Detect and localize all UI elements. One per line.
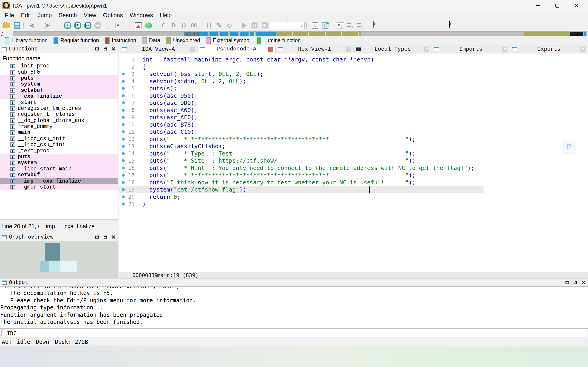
tab-close-icon[interactable]: ✕ [424,47,429,52]
output-log[interactable]: Licensed to: 48-F4EB-0000-00 Freeware ve… [0,287,588,329]
tab-local-types[interactable]: Local Types✕ [354,45,432,53]
line-bullet-icon[interactable] [122,101,125,104]
code-line[interactable]: 20 return 0; [120,193,588,201]
navband-arrows-icon[interactable]: ◂▸ [1,31,10,36]
code-line[interactable]: 1int __fastcall main(int argc, const cha… [120,56,588,63]
menu-view[interactable]: View [80,11,100,19]
code-line[interactable]: 17 puts(" * ****************************… [120,172,588,179]
function-row[interactable]: fsub_5F0 [0,69,118,75]
names-window-icon[interactable]: # [63,21,72,30]
line-bullet-icon[interactable] [122,188,125,191]
function-row[interactable]: f_system [0,81,118,87]
function-row[interactable]: f__cxa_finalize [0,93,118,99]
debugger-combo[interactable]: ∨ [270,21,304,30]
function-row[interactable]: f_start [0,99,118,105]
menu-windows[interactable]: Windows [126,11,156,19]
function-row[interactable]: f__do_global_dtors_aux [0,118,118,124]
line-bullet-icon[interactable] [122,116,125,119]
edit-icon[interactable]: ✎ [215,21,224,30]
font-dropdown[interactable]: ▾ [124,21,128,30]
code-line[interactable]: 4 setvbuf(stdin, 0LL, 2, 0LL); [120,78,588,85]
tab-close-icon[interactable]: ✕ [580,47,586,52]
pseudocode-view[interactable]: 1int __fastcall main(int argc, const cha… [120,53,588,272]
code-line[interactable]: 6 puts(asc_950); [120,92,588,100]
code-line[interactable]: 19 system("cat /ctfshow_flag"); [120,186,588,193]
tab-exports[interactable]: Exports✕ [510,45,588,53]
minimize-button[interactable] [530,0,546,11]
patch-icon[interactable]: ◇ [225,21,234,30]
navigation-band[interactable] [13,31,587,36]
code-line[interactable]: 15 puts(" * Site : https://ctf.show/ "); [120,157,588,165]
code-line[interactable]: 10 puts(asc_B78); [120,121,588,128]
lumina-icon[interactable] [144,21,153,30]
tab-imports[interactable]: Imports✕ [432,45,510,53]
function-row[interactable]: fframe_dummy [0,124,118,130]
code-line[interactable]: 18 puts("I think now it is necessary to … [120,179,588,186]
floating-p-badge[interactable]: P [563,140,575,153]
text-search-icon[interactable]: T [73,21,82,30]
code-line[interactable]: 7 puts(asc_9D0); [120,99,588,107]
tab-ida-view-a[interactable]: IDA View-A✕ [120,45,198,53]
line-bullet-icon[interactable] [122,109,125,112]
panel-float-icon[interactable] [103,235,107,239]
start-process-icon[interactable] [240,21,249,30]
run-cursor-icon[interactable]: C [311,21,320,30]
open-file-icon[interactable] [2,21,11,30]
make-dropdown[interactable]: ▾ [199,21,204,30]
function-row[interactable]: f__libc_csu_init [0,136,118,142]
close-button[interactable]: ✕ [568,0,585,11]
function-row[interactable]: f_puts [0,75,118,81]
line-bullet-icon[interactable] [122,152,125,155]
function-row[interactable]: f__gmon_start__ [0,184,118,190]
panel-close-icon[interactable]: ✕ [111,47,116,51]
function-row[interactable]: f__libc_start_main [0,166,118,172]
nav-forward-icon[interactable]: ➤ [43,21,52,30]
line-bullet-icon[interactable] [122,181,125,184]
binary-search-icon[interactable]: 010 [83,21,92,30]
font-icon[interactable]: A [113,21,123,30]
nav-back-icon[interactable]: ➤ [27,21,37,30]
nav-back-dropdown[interactable]: ▾ [38,21,42,30]
line-bullet-icon[interactable] [122,195,125,198]
code-line[interactable]: 13 puts(aClassifyCtfsho); [120,143,588,150]
line-bullet-icon[interactable] [122,73,125,75]
make-code-icon[interactable]: C [159,21,168,30]
panel-close-icon[interactable]: ✕ [111,235,116,239]
goto-address-icon[interactable]: ➜ [93,21,103,30]
cli-input[interactable] [23,329,587,337]
code-line[interactable]: 12 puts(" * ****************************… [120,135,588,143]
panel-float-icon[interactable] [573,281,578,285]
line-bullet-icon[interactable] [122,123,125,126]
make-enum-icon[interactable]: 88 [189,21,199,30]
idc-button[interactable]: IDC [1,329,22,337]
function-row[interactable]: f__libc_csu_fini [0,142,118,148]
continue-icon[interactable]: C↪ [321,21,330,30]
code-line[interactable]: 16 puts(" * Hint : You only need to conn… [120,165,588,172]
line-bullet-icon[interactable] [122,130,125,133]
menu-edit[interactable]: Edit [17,11,34,19]
tab-hex-view-1[interactable]: Hex View-1✕ [276,45,354,53]
make-data-icon[interactable]: D [169,21,178,30]
tab-close-icon[interactable]: ✕ [268,47,273,52]
make-array-icon[interactable]: [] [204,21,214,30]
line-bullet-icon[interactable] [122,87,125,90]
line-bullet-icon[interactable] [122,167,125,169]
panel-maximize-icon[interactable] [95,47,99,51]
code-line[interactable]: 9 puts(asc_AF0); [120,114,588,121]
function-name-column-header[interactable]: Function name [0,53,118,63]
line-bullet-icon[interactable] [122,94,125,97]
panel-maximize-icon[interactable] [95,235,99,239]
code-line[interactable]: 8 puts(asc_A60); [120,107,588,114]
function-row[interactable]: f_term_proc [0,148,118,154]
function-row[interactable]: fputs [0,154,118,160]
code-line[interactable]: 21} [120,200,588,208]
code-line[interactable]: 14 puts(" * Type : Test "); [120,150,588,157]
code-line[interactable]: 11 puts(asc_C10); [120,128,588,135]
step-over-icon[interactable] [346,21,355,30]
pause-process-icon[interactable] [250,21,259,30]
menu-jump[interactable]: Jump [34,11,55,19]
menu-file[interactable]: File [1,11,17,19]
function-row[interactable]: fderegister_tm_clones [0,106,118,111]
function-row[interactable]: fmain [0,130,118,135]
line-bullet-icon[interactable] [122,138,125,141]
